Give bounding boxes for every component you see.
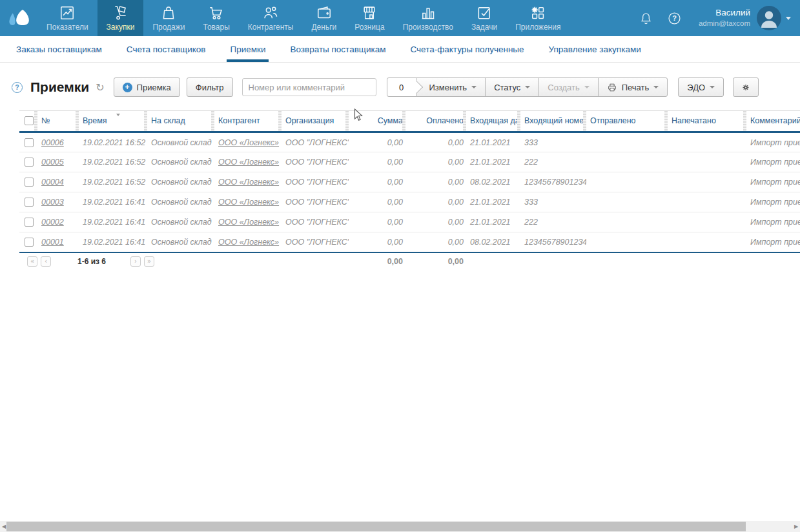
select-all-checkbox[interactable] <box>25 116 34 125</box>
table-row[interactable]: 0000319.02.2021 16:41Основной складООО «… <box>19 192 800 212</box>
row-checkbox[interactable] <box>25 158 34 167</box>
nav-item-bag[interactable]: Продажи <box>143 0 194 36</box>
user-menu[interactable]: Василий admin@taxcom <box>699 8 750 28</box>
contractor-link[interactable]: ООО «Логнекс» <box>218 198 279 207</box>
first-page-button[interactable]: « <box>27 256 37 267</box>
row-checkbox[interactable] <box>25 178 34 187</box>
create-label: Создать <box>548 83 579 92</box>
table-row[interactable]: 0000619.02.2021 16:52Основной складООО «… <box>19 132 800 152</box>
contractor-link[interactable]: ООО «Логнекс» <box>218 178 279 187</box>
avatar[interactable] <box>757 6 781 30</box>
column-header-organization[interactable]: Организация <box>282 111 349 132</box>
nav-item-apps[interactable]: Приложения <box>506 0 569 36</box>
help-button[interactable] <box>665 8 684 28</box>
incoming_date-value: 21.01.2021 <box>470 158 511 167</box>
filter-button[interactable]: Фильтр <box>187 77 233 97</box>
cell-incoming_date: 21.01.2021 <box>466 212 520 232</box>
user-menu-caret-icon[interactable] <box>786 17 791 20</box>
column-header-paid[interactable]: Оплачено <box>405 111 466 132</box>
row-checkbox[interactable] <box>25 198 34 207</box>
last-page-button[interactable]: » <box>144 256 154 267</box>
contractor-link[interactable]: ООО «Логнекс» <box>218 238 279 247</box>
nav-item-people[interactable]: Контрагенты <box>239 0 303 36</box>
tab-3[interactable]: Приемки <box>218 36 278 62</box>
nav-item-handtruck[interactable]: Закупки <box>97 0 144 36</box>
cell-sum: 0,00 <box>349 172 405 192</box>
column-label: Контрагент <box>218 116 260 125</box>
column-header-comment[interactable]: Комментарий <box>746 111 800 132</box>
scroll-right-arrow-icon[interactable]: ▶ <box>792 521 800 532</box>
table-row[interactable]: 0000419.02.2021 16:52Основной складООО «… <box>19 172 800 192</box>
column-label: Оплачено <box>426 116 464 125</box>
store-icon <box>361 5 378 21</box>
contractor-link[interactable]: ООО «Логнекс» <box>218 218 279 227</box>
incoming_number-value: 222 <box>524 218 538 227</box>
num-link[interactable]: 00006 <box>41 138 64 147</box>
nav-item-factory[interactable]: Производство <box>394 0 462 36</box>
nav-item-wallet[interactable]: Деньги <box>302 0 345 36</box>
row-checkbox[interactable] <box>25 238 34 247</box>
column-header-warehouse[interactable]: На склад <box>147 111 214 132</box>
tab-1[interactable]: Заказы поставщикам <box>4 36 114 62</box>
edit-button[interactable]: Изменить <box>416 77 486 97</box>
nav-item-store[interactable]: Розница <box>345 0 393 36</box>
column-header-incoming_date[interactable]: Входящая дата <box>466 111 520 132</box>
nav-item-cart[interactable]: Товары <box>194 0 239 36</box>
cell-paid: 0,00 <box>405 172 466 192</box>
column-header-printed[interactable]: Напечатано <box>668 111 746 132</box>
paid-value: 0,00 <box>448 198 464 207</box>
tab-5[interactable]: Счета-фактуры полученные <box>398 36 536 62</box>
nav-item-label: Закупки <box>107 23 135 32</box>
new-receipt-button[interactable]: + Приемка <box>114 77 180 97</box>
cell-num: 00004 <box>37 172 79 192</box>
num-link[interactable]: 00005 <box>41 158 64 167</box>
receipts-table: №ВремяНа складКонтрагентОрганизацияСумма… <box>19 110 800 271</box>
tab-label: Счета поставщиков <box>127 45 206 54</box>
table-row[interactable]: 0000119.02.2021 16:41Основной складООО «… <box>19 232 800 252</box>
scrollbar-thumb[interactable] <box>6 522 746 531</box>
time-value: 19.02.2021 16:41 <box>83 238 145 247</box>
table-row[interactable]: 0000519.02.2021 16:52Основной складООО «… <box>19 152 800 172</box>
cell-incoming_date: 21.01.2021 <box>466 192 520 212</box>
column-header-contractor[interactable]: Контрагент <box>214 111 282 132</box>
num-link[interactable]: 00003 <box>41 198 64 207</box>
next-page-button[interactable]: › <box>130 256 141 267</box>
nav-item-chart[interactable]: Показатели <box>37 0 97 36</box>
column-header-sum[interactable]: Сумма <box>349 111 405 132</box>
num-link[interactable]: 00004 <box>41 178 64 187</box>
cell-paid: 0,00 <box>405 212 466 232</box>
notifications-button[interactable] <box>637 8 656 28</box>
contractor-link[interactable]: ООО «Логнекс» <box>218 158 279 167</box>
settings-button[interactable] <box>733 77 759 97</box>
column-label: Организация <box>285 116 334 125</box>
row-checkbox[interactable] <box>25 218 34 227</box>
tab-2[interactable]: Счета поставщиков <box>114 36 218 62</box>
search-input[interactable] <box>242 78 376 96</box>
time-value: 19.02.2021 16:52 <box>83 158 145 167</box>
create-button[interactable]: Создать <box>538 77 598 97</box>
bag-icon <box>160 5 177 21</box>
num-link[interactable]: 00002 <box>41 218 64 227</box>
refresh-icon[interactable]: ↻ <box>96 81 104 94</box>
column-header-time[interactable]: Время <box>79 111 147 132</box>
page-help-icon[interactable]: ? <box>12 82 23 93</box>
app-logo[interactable] <box>0 0 37 36</box>
column-header-incoming_number[interactable]: Входящий номер <box>520 111 586 132</box>
prev-page-button[interactable]: ‹ <box>41 256 51 267</box>
print-button[interactable]: Печать <box>598 77 668 97</box>
nav-item-tasks[interactable]: Задачи <box>462 0 506 36</box>
cell-warehouse: Основной склад <box>147 152 214 172</box>
column-header-sent[interactable]: Отправлено <box>586 111 668 132</box>
column-header-num[interactable]: № <box>37 111 79 132</box>
tab-4[interactable]: Возвраты поставщикам <box>278 36 398 62</box>
edo-button[interactable]: ЭДО <box>678 77 724 97</box>
status-button[interactable]: Статус <box>485 77 539 97</box>
cell-printed <box>668 172 746 192</box>
cell-incoming_date: 21.01.2021 <box>466 132 520 152</box>
cell-incoming_date: 08.02.2021 <box>466 232 520 252</box>
contractor-link[interactable]: ООО «Логнекс» <box>218 138 279 147</box>
tab-6[interactable]: Управление закупками <box>537 36 653 62</box>
num-link[interactable]: 00001 <box>41 238 64 247</box>
row-checkbox[interactable] <box>25 138 34 147</box>
table-row[interactable]: 0000219.02.2021 16:41Основной складООО «… <box>19 212 800 232</box>
